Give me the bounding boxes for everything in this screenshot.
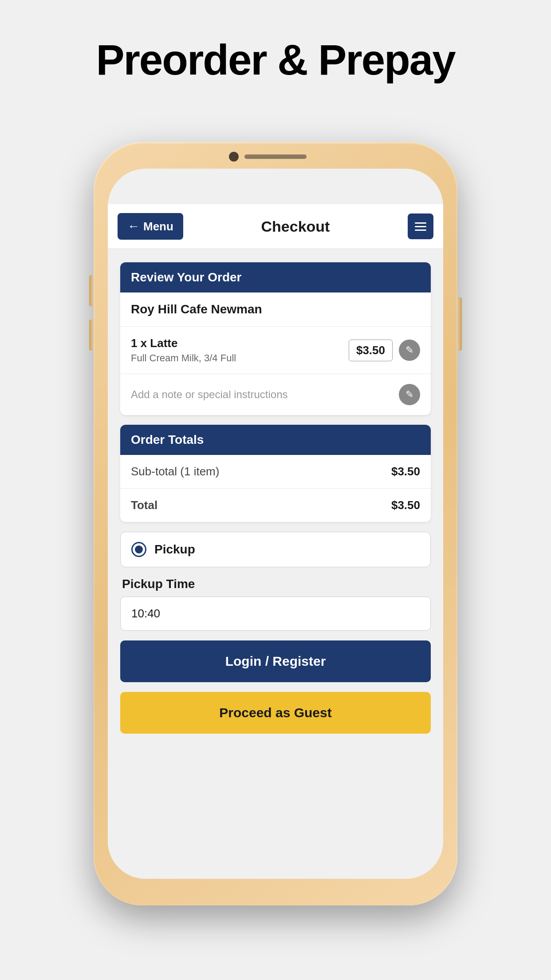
order-item-right: $3.50 ✎: [349, 340, 420, 361]
note-row[interactable]: Add a note or special instructions ✎: [120, 374, 431, 415]
order-totals-header: Order Totals: [120, 425, 431, 455]
restaurant-name: Roy Hill Cafe Newman: [120, 292, 431, 327]
pickup-option[interactable]: Pickup: [120, 532, 431, 567]
page-title: Preorder & Prepay: [0, 36, 551, 84]
total-label: Total: [131, 498, 157, 512]
note-placeholder-text: Add a note or special instructions: [131, 388, 288, 401]
order-totals-section: Order Totals Sub-total (1 item) $3.50 To…: [120, 425, 431, 522]
phone-frame: ← Menu Checkout Review Your Order Roy Hi…: [94, 142, 457, 905]
power-button: [458, 297, 462, 351]
proceed-as-guest-button[interactable]: Proceed as Guest: [120, 692, 431, 734]
order-item-options: Full Cream Milk, 3/4 Full: [131, 352, 236, 364]
total-row: Total $3.50: [120, 489, 431, 522]
screen-content: ← Menu Checkout Review Your Order Roy Hi…: [108, 204, 443, 879]
scroll-content: Review Your Order Roy Hill Cafe Newman 1…: [108, 249, 443, 747]
pickup-label: Pickup: [154, 542, 195, 557]
nav-title: Checkout: [261, 218, 330, 235]
edit-note-icon: ✎: [405, 389, 413, 400]
hamburger-line-3: [415, 229, 426, 231]
subtotal-label: Sub-total (1 item): [131, 465, 219, 478]
pickup-time-label: Pickup Time: [120, 577, 431, 591]
phone-screen: ← Menu Checkout Review Your Order Roy Hi…: [108, 169, 443, 879]
volume-up-button: [89, 275, 93, 306]
volume-down-button: [89, 320, 93, 351]
back-button[interactable]: ← Menu: [118, 213, 183, 240]
nav-bar: ← Menu Checkout: [108, 204, 443, 249]
item-price-badge: $3.50: [349, 340, 393, 361]
back-arrow-icon: ←: [127, 219, 140, 233]
hamburger-line-1: [415, 222, 426, 224]
hamburger-line-2: [415, 226, 426, 227]
phone-speaker: [244, 154, 307, 159]
total-amount: $3.50: [391, 498, 420, 512]
phone-camera: [229, 152, 239, 162]
order-item-name: 1 x Latte: [131, 336, 236, 350]
pickup-time-input[interactable]: [120, 597, 431, 631]
pickup-radio-button[interactable]: [131, 542, 146, 557]
edit-note-button[interactable]: ✎: [399, 384, 420, 405]
order-item-row: 1 x Latte Full Cream Milk, 3/4 Full $3.5…: [120, 327, 431, 374]
subtotal-row: Sub-total (1 item) $3.50: [120, 455, 431, 489]
edit-item-button[interactable]: ✎: [399, 340, 420, 361]
order-item-details: 1 x Latte Full Cream Milk, 3/4 Full: [131, 336, 236, 364]
back-button-label: Menu: [143, 220, 173, 233]
pickup-time-section: Pickup Time: [120, 577, 431, 631]
review-order-section: Review Your Order Roy Hill Cafe Newman 1…: [120, 262, 431, 415]
login-register-button[interactable]: Login / Register: [120, 640, 431, 682]
subtotal-amount: $3.50: [391, 465, 420, 478]
edit-icon: ✎: [405, 344, 413, 356]
radio-selected-indicator: [135, 545, 143, 553]
hamburger-menu-button[interactable]: [408, 213, 433, 239]
review-order-header: Review Your Order: [120, 262, 431, 292]
